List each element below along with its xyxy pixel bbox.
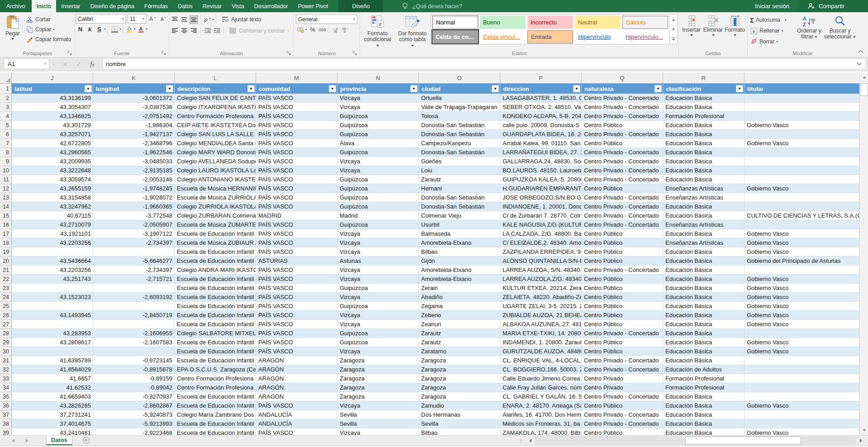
percent-style-button[interactable]: % [308,25,317,34]
cell[interactable] [93,320,175,329]
sheet-tab-datos[interactable]: Datos [46,436,72,445]
scroll-up-button[interactable] [860,73,868,82]
cell[interactable]: 43,251743 [12,275,93,284]
cell[interactable]: Guipúzcoa [337,148,419,157]
row-header-32[interactable]: 32 [0,365,12,374]
row-header-3[interactable]: 3 [0,103,12,112]
cell[interactable]: Centro Público [582,139,663,148]
cell[interactable]: Centro Privado - Concertado [582,175,663,184]
accounting-format-button[interactable] [296,25,305,34]
cell[interactable]: -0,89042 [93,383,175,392]
cell[interactable]: Educación Básica [663,266,745,275]
cell[interactable] [93,302,175,311]
cell[interactable]: INDIANOENE, 1. 20001. Donc [500,202,582,211]
cell[interactable]: Centro Público [582,275,663,284]
cell[interactable]: 43,2655159 [12,184,93,193]
cell[interactable]: KULTUR ETXEA. 20214. Zerain [500,284,582,293]
row-header-21[interactable]: 21 [0,266,12,275]
cell[interactable]: Centro Público [582,293,663,302]
cell[interactable]: Formación Profesional [663,374,745,383]
cell[interactable]: Loiu [419,166,500,175]
cell[interactable]: PAÍS VASCO [256,94,337,103]
cell[interactable]: Colegio ZURRIOLA IKASTOLA [175,202,256,211]
cell[interactable]: Guipúzcoa [337,338,419,347]
sort-filter-button[interactable]: A Z Ordenar yfiltrar [795,13,824,48]
cell[interactable]: -2,8602867 [93,401,175,410]
cell[interactable]: Guipúzcoa [337,193,419,202]
table-header-latitud[interactable]: latitud [12,84,93,94]
cell[interactable]: -1,9748245 [93,184,175,193]
cell[interactable]: PAÍS VASCO [256,311,337,320]
cell[interactable]: Escuela de Educación Infantil [175,338,256,347]
cell[interactable]: Vizcaya [337,94,419,103]
row-header-7[interactable]: 7 [0,139,12,148]
cell[interactable]: ALONSO QUINTANILLA S/N-B [500,257,582,266]
cell[interactable]: PAÍS VASCO [256,329,337,338]
cell[interactable]: Escuela de Música ZURRIOLA [175,193,256,202]
cell[interactable]: Escuela de Educación Infantil [175,229,256,238]
column-header-O[interactable]: O [419,72,500,83]
style-chip-entrada[interactable]: Entrada [527,30,573,43]
cell[interactable]: Gobierno Vasco [745,428,859,435]
cell[interactable] [745,94,859,103]
cell[interactable]: ARAGÓN [256,365,337,374]
cell[interactable]: Educación Básica [663,311,745,320]
cell[interactable]: Vizcaya [337,229,419,238]
cell[interactable]: Zaragoza [337,383,419,392]
cell[interactable]: Guipúzcoa [337,202,419,211]
formula-input[interactable]: nombre [103,58,865,69]
cell[interactable] [745,220,859,229]
cell[interactable] [745,365,859,374]
bold-button[interactable]: N [76,25,85,33]
font-name-select[interactable]: Calibri [76,14,126,24]
orientation-button[interactable]: ab [203,15,212,24]
table-header-titular[interactable]: titular [745,84,859,94]
format-as-table-button[interactable]: Dar formatocomo tabla [395,13,430,48]
cell[interactable]: Zaragoza [419,392,500,401]
cell[interactable]: GURUTZALDE AUZOA. 48480. [500,347,582,356]
cell[interactable]: Gobierno Vasco [745,247,859,257]
cell[interactable]: PAÍS VASCO [256,229,337,238]
cell[interactable]: 41,6659403 [12,392,93,401]
row-header-18[interactable]: 18 [0,238,12,247]
cell[interactable]: Vizcaya [337,320,419,329]
cell[interactable]: PAÍS VASCO [256,121,337,130]
cell[interactable]: Calle Fray Julián Garcés, núm [500,383,582,392]
cell[interactable]: 41,62532 [12,383,93,392]
increase-decimal-button[interactable]: ←.0.00 [332,25,340,34]
cell[interactable]: -2,6093192 [93,293,175,302]
cell[interactable]: Calle Eduardo Jimeno Correa [500,374,582,383]
cell[interactable]: Centro Privado - Concertado [582,220,663,229]
comma-style-button[interactable]: 000 [318,25,327,34]
cell[interactable]: Colegio MENDIALDEA Santa C [175,139,256,148]
cell[interactable]: 43,1523023 [12,293,93,302]
cell[interactable]: Centro Privado - Concertado [582,130,663,139]
cell[interactable]: ENARA, 2. 48170. Arteaga (Sa [500,401,582,410]
cell[interactable]: Educación Básica [663,329,745,338]
cell[interactable]: Educación Básica [663,103,745,112]
cell[interactable]: Educación Básica [663,410,745,419]
cell[interactable]: -3,0601372 [93,94,175,103]
row-header-39[interactable]: 39 [0,428,12,435]
cell[interactable]: Guipúzcoa [337,121,419,130]
row-header-35[interactable]: 35 [0,392,12,401]
cell[interactable]: Formación Profesional [663,383,745,392]
numero-dialog-launcher[interactable] [352,51,357,56]
cell[interactable]: Escuela de Educación Infantil [175,302,256,311]
insert-function-button[interactable]: fx [85,57,99,71]
cell[interactable]: Educación Básica [663,166,745,175]
cell[interactable]: ANDALUCÍA [256,419,337,428]
cell[interactable]: Vizcaya [337,238,419,247]
filter-button-longitud[interactable] [166,85,173,92]
cell[interactable]: ASTURIAS [256,257,337,266]
cell[interactable]: -2,8450719 [93,311,175,320]
style-chip-incorrecto[interactable]: Incorrecto [527,16,573,29]
cell[interactable]: Vizcaya [337,166,419,175]
cell[interactable]: Ortuella [419,94,500,103]
cell[interactable]: Centro Público [582,347,663,356]
cell[interactable]: Sevilla [419,419,500,428]
cell[interactable]: Educación Básica [663,338,745,347]
row-header-6[interactable]: 6 [0,130,12,139]
filter-button-descripcion[interactable] [247,85,255,92]
row-header-34[interactable]: 34 [0,383,12,392]
